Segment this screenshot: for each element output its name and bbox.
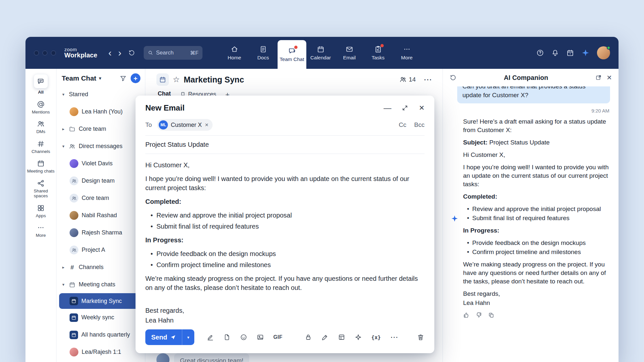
rail-item-all[interactable]: All [26, 74, 55, 95]
history-icon[interactable] [449, 74, 457, 81]
chatlist-item-weekly-sync[interactable]: Weekly sync [56, 309, 145, 326]
remove-recipient-icon[interactable]: ✕ [205, 122, 209, 128]
chatlist-item-rajesh-sharma[interactable]: Rajesh Sharma [56, 224, 145, 241]
close-icon[interactable]: ✕ [419, 104, 425, 112]
list-item: Review and approve the initial project p… [150, 211, 425, 220]
window-close-button[interactable] [34, 51, 39, 55]
chatlist-section-starred[interactable]: ▾ Starred [56, 86, 145, 103]
forward-icon[interactable]: › [118, 48, 121, 58]
calendar-status-icon[interactable] [566, 49, 574, 57]
code-snippet-icon[interactable]: {x} [371, 334, 381, 340]
search-input[interactable]: Search ⌘F [144, 46, 202, 60]
rail-item-meeting-chats[interactable]: Meeting chats [26, 159, 55, 174]
chatlist-item-project-a[interactable]: Project A [56, 241, 145, 259]
ai-companion-sparkle-icon[interactable] [581, 49, 590, 57]
expand-icon[interactable] [402, 105, 408, 111]
open-in-window-icon[interactable] [595, 74, 602, 81]
chatlist-item-all-hands-quarterly[interactable]: All hands quarterly [56, 326, 145, 343]
edit-pencil-icon[interactable] [321, 334, 329, 341]
chatlist-item-lea-rajesh[interactable]: Lea/Rajesh 1:1 [56, 343, 145, 361]
chatlist-section-channels[interactable]: ▸ # Channels [56, 259, 145, 276]
window-controls [34, 51, 56, 55]
thumbs-down-icon[interactable] [475, 312, 482, 318]
ai-greeting: Hi Customer X, [463, 151, 610, 159]
history-icon[interactable] [128, 49, 135, 56]
left-rail: All Mentions DMs Channels [25, 69, 56, 362]
rail-label: Shared spaces [26, 189, 55, 199]
cc-button[interactable]: Cc [399, 121, 406, 128]
avatar [70, 159, 78, 168]
nav-calendar[interactable]: Calendar [306, 37, 335, 69]
image-icon[interactable] [257, 334, 264, 341]
list-item: Submit final list of required features [150, 222, 425, 231]
rail-item-shared-spaces[interactable]: Shared spaces [26, 179, 55, 199]
send-button[interactable]: Send [145, 329, 182, 345]
rail-item-channels[interactable]: Channels [26, 140, 55, 154]
more-options-icon[interactable]: ⋯ [390, 333, 398, 342]
chatlist-item-violet-davis[interactable]: Violet Davis [56, 155, 145, 172]
chatlist-item-nabil-rashad[interactable]: Nabil Rashad [56, 207, 145, 224]
rail-item-dms[interactable]: DMs [26, 120, 55, 134]
section-label: Meeting chats [79, 281, 115, 288]
email-body-editor[interactable]: Hi Customer X, I hope you’re doing well!… [136, 154, 434, 324]
nav-email[interactable]: Email [335, 37, 364, 69]
rail-item-mentions[interactable]: Mentions [26, 100, 55, 115]
notifications-bell-icon[interactable] [551, 49, 559, 57]
discard-trash-icon[interactable] [417, 333, 425, 341]
filter-icon[interactable] [120, 75, 127, 82]
nav-label: Docs [257, 55, 269, 61]
chatlist-item-design-team[interactable]: Design team [56, 172, 145, 189]
attach-file-icon[interactable] [223, 334, 231, 341]
schedule-lock-icon[interactable] [305, 334, 312, 341]
back-icon[interactable]: ‹ [108, 48, 112, 58]
send-options-chevron-icon[interactable]: ▾ [182, 329, 194, 345]
template-layout-icon[interactable] [338, 334, 345, 341]
rail-item-apps[interactable]: Apps [26, 204, 55, 219]
recipient-chip[interactable]: ML Customer X ✕ [157, 119, 213, 131]
chatlist-folder-core-team[interactable]: ▸ Core team [56, 120, 145, 138]
star-icon[interactable]: ☆ [173, 75, 180, 84]
nav-team-chat[interactable]: Team Chat [278, 40, 306, 69]
rail-item-more[interactable]: More [26, 224, 55, 238]
ai-sparkle-icon[interactable] [355, 334, 362, 341]
meeting-calendar-icon [69, 281, 75, 288]
chatlist-item-lea-hanh[interactable]: Lea Hanh (You) [56, 103, 145, 120]
minimize-icon[interactable]: — [383, 104, 391, 112]
chat-label: Marketing Sync [81, 298, 122, 305]
close-icon[interactable]: ✕ [606, 74, 612, 82]
list-item: Confirm project timeline and milestones [150, 260, 425, 269]
signature-pen-icon[interactable] [207, 334, 214, 341]
nav-docs[interactable]: Docs [249, 37, 278, 69]
chevron-right-icon: ▸ [61, 127, 66, 131]
apps-grid-icon [37, 204, 45, 212]
ai-panel-header: AI Companion ✕ [443, 69, 619, 86]
chatlist-item-marketing-sync[interactable]: Marketing Sync [59, 293, 142, 309]
nav-more[interactable]: More [393, 37, 421, 69]
recipient-avatar: ML [159, 120, 168, 129]
subject-field[interactable]: Project Status Update [145, 136, 425, 154]
channel-more-icon[interactable]: ⋯ [424, 75, 433, 85]
email-signoff: Best regards, [145, 306, 425, 315]
help-icon[interactable] [536, 49, 544, 57]
user-avatar[interactable] [597, 46, 610, 59]
chatlist-item-core-team-group[interactable]: Core team [56, 189, 145, 207]
list-item: Submit final list of required features [466, 214, 610, 222]
gif-icon[interactable]: GIF [273, 334, 282, 340]
member-count[interactable]: 14 [399, 76, 416, 83]
chatlist-section-direct-messages[interactable]: ▾ Direct messages [56, 138, 145, 155]
chatlist-section-meeting-chats[interactable]: ▾ Meeting chats [56, 276, 145, 293]
nav-tasks[interactable]: Tasks [364, 37, 393, 69]
window-zoom-button[interactable] [51, 51, 56, 55]
nav-home[interactable]: Home [220, 37, 249, 69]
new-chat-button[interactable]: + [131, 73, 140, 83]
thumbs-up-icon[interactable] [463, 312, 470, 318]
emoji-icon[interactable] [240, 334, 247, 341]
logo-zoom: zoom [64, 47, 97, 52]
copy-icon[interactable] [488, 312, 494, 318]
team-chat-icon [288, 47, 296, 55]
window-minimize-button[interactable] [42, 51, 47, 55]
cc-bcc-controls: Cc Bcc [399, 121, 425, 128]
chevron-down-icon[interactable]: ▾ [99, 75, 102, 81]
modal-title: New Email [145, 103, 185, 113]
bcc-button[interactable]: Bcc [414, 121, 425, 128]
